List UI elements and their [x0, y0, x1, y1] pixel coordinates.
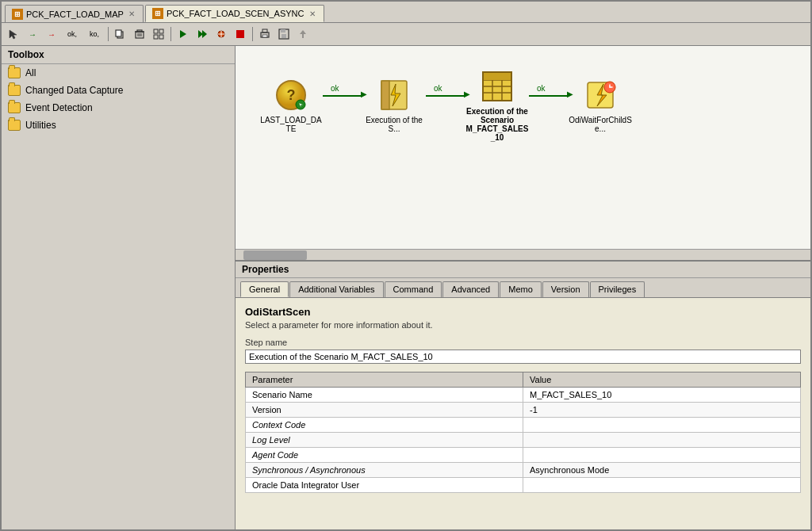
- tab-command-label: Command: [393, 285, 434, 294]
- param-cell-name: Context Code: [246, 418, 523, 433]
- param-cell-value: [523, 433, 801, 448]
- table-row[interactable]: Oracle Data Integrator User: [246, 478, 801, 493]
- folder-icon-all: [8, 67, 21, 78]
- toolbox-panel: Toolbox All Changed Data Capture Event D…: [2, 46, 236, 529]
- ok-label-button[interactable]: ok,: [62, 25, 82, 43]
- table-row[interactable]: Synchronous / AsynchronousAsynchronous M…: [246, 463, 801, 478]
- toolbox-item-changed-data-capture[interactable]: Changed Data Capture: [2, 82, 235, 99]
- tab-additional-variables[interactable]: Additional Variables: [289, 281, 383, 297]
- tab-privileges[interactable]: Privileges: [590, 281, 645, 297]
- tab-icon-2: ⊞: [152, 8, 163, 19]
- tab-pck-fact-load-map[interactable]: ⊞ PCK_FACT_LOAD_MAP ✕: [5, 5, 144, 22]
- svg-rect-21: [262, 35, 267, 37]
- tab-close-1[interactable]: ✕: [127, 10, 136, 18]
- delete-button[interactable]: [131, 25, 148, 43]
- save-button[interactable]: [275, 25, 293, 43]
- workflow-node-execution-2[interactable]: Execution of theScenarioM_FACT_SALES_10: [465, 69, 529, 142]
- run-button[interactable]: [174, 25, 192, 43]
- properties-tabs: General Additional Variables Command Adv…: [236, 278, 810, 298]
- canvas-scrollbar[interactable]: [236, 249, 810, 260]
- step-name-input[interactable]: [245, 350, 801, 364]
- content-area: Toolbox All Changed Data Capture Event D…: [2, 46, 810, 529]
- table-row[interactable]: Log Level: [246, 433, 801, 448]
- workflow-node-inner-4: OdiWaitForChildSe...: [569, 78, 632, 133]
- arrow-line-3: [529, 95, 569, 97]
- tab-version-label: Version: [551, 285, 580, 294]
- toolbar-sep-2: [170, 27, 171, 41]
- toolbox-item-all[interactable]: All: [2, 64, 235, 82]
- properties-header: Properties: [236, 262, 810, 278]
- workflow-node-wait[interactable]: OdiWaitForChildSe...: [569, 78, 632, 133]
- folder-icon-utilities: [8, 120, 21, 131]
- svg-rect-9: [159, 29, 163, 33]
- step-name-label: Step name: [245, 338, 801, 347]
- svg-rect-23: [281, 29, 285, 32]
- toolbox-item-event-detection[interactable]: Event Detection: [2, 99, 235, 117]
- tab-close-2[interactable]: ✕: [308, 10, 317, 18]
- run-all-button[interactable]: [193, 25, 211, 43]
- workflow-node-inner-3: Execution of theScenarioM_FACT_SALES_10: [465, 69, 529, 142]
- table-row[interactable]: Context Code: [246, 418, 801, 433]
- param-cell-value: -1: [523, 403, 801, 418]
- wait-node-icon: [583, 78, 618, 113]
- tab-advanced[interactable]: Advanced: [442, 281, 499, 297]
- toolbar-sep-1: [108, 27, 109, 41]
- canvas-area: ? LAST_LOAD_DATE ok: [236, 46, 810, 260]
- add-ok-arrow-button[interactable]: →: [24, 25, 41, 43]
- tab-general[interactable]: General: [240, 281, 289, 297]
- toolbar: → → ok, ko,: [2, 23, 810, 46]
- workflow-node-inner-1: ? LAST_LOAD_DATE: [259, 78, 323, 133]
- section-title: OdiStartScen: [245, 306, 801, 318]
- tab-label-1: PCK_FACT_LOAD_MAP: [26, 10, 124, 19]
- tab-label-2: PCK_FACT_LOAD_SCEN_ASYNC: [167, 9, 304, 18]
- workflow-node-execution-1[interactable]: Execution of the S...: [362, 78, 426, 133]
- tab-pck-fact-load-scen-async[interactable]: ⊞ PCK_FACT_LOAD_SCEN_ASYNC ✕: [145, 5, 324, 22]
- arrow-line-1: [323, 95, 362, 97]
- arrow-label-1: ok: [331, 84, 339, 93]
- tab-version[interactable]: Version: [542, 281, 589, 297]
- copy-button[interactable]: [112, 25, 129, 43]
- tab-memo-label: Memo: [508, 285, 533, 294]
- table-row[interactable]: Scenario NameM_FACT_SALES_10: [246, 388, 801, 403]
- select-tool-button[interactable]: [5, 25, 22, 43]
- upload-button[interactable]: [294, 25, 312, 43]
- svg-rect-24: [282, 34, 286, 38]
- node-label-3: Execution of theScenarioM_FACT_SALES_10: [465, 107, 529, 142]
- svg-rect-18: [236, 30, 244, 38]
- debug-button[interactable]: [213, 25, 230, 43]
- toolbar-sep-3: [252, 27, 253, 41]
- toolbox-label-cdc: Changed Data Capture: [25, 85, 123, 96]
- arrow-connector-1: ok: [323, 95, 362, 117]
- svg-text:?: ?: [287, 87, 296, 103]
- grid-button[interactable]: [150, 25, 167, 43]
- table-row[interactable]: Agent Code: [246, 448, 801, 463]
- print-button[interactable]: [256, 25, 274, 43]
- toolbox-header: Toolbox: [2, 46, 235, 64]
- question-node-icon: ?: [274, 78, 308, 113]
- toolbox-item-utilities[interactable]: Utilities: [2, 117, 235, 134]
- tab-command[interactable]: Command: [385, 281, 442, 297]
- param-cell-value: [523, 478, 801, 493]
- ko-label-button[interactable]: ko,: [84, 25, 105, 43]
- arrow-connector-2: ok: [426, 95, 465, 117]
- tab-privileges-label: Privileges: [599, 285, 637, 294]
- arrow-line-2: [426, 95, 465, 97]
- svg-marker-25: [300, 30, 306, 34]
- table-row[interactable]: Version-1: [246, 403, 801, 418]
- toolbox-label-all: All: [25, 67, 36, 78]
- parameter-table: Parameter Value Scenario NameM_FACT_SALE…: [245, 372, 801, 493]
- param-cell-name: Oracle Data Integrator User: [246, 478, 523, 493]
- add-ko-arrow-button[interactable]: →: [43, 25, 60, 43]
- param-cell-name: Log Level: [246, 433, 523, 448]
- tab-advanced-label: Advanced: [451, 285, 490, 294]
- stop-button[interactable]: [232, 25, 249, 43]
- properties-panel: Properties General Additional Variables …: [236, 260, 810, 529]
- workflow-node-last-load-date[interactable]: ? LAST_LOAD_DATE: [259, 78, 323, 133]
- workflow-node-inner-2: Execution of the S...: [362, 78, 426, 133]
- svg-rect-26: [302, 34, 304, 38]
- node-label-4: OdiWaitForChildSe...: [569, 116, 632, 133]
- svg-rect-40: [484, 73, 511, 80]
- arrow-label-2: ok: [434, 84, 442, 93]
- toolbox-label-utilities: Utilities: [25, 120, 56, 131]
- tab-memo[interactable]: Memo: [500, 281, 542, 297]
